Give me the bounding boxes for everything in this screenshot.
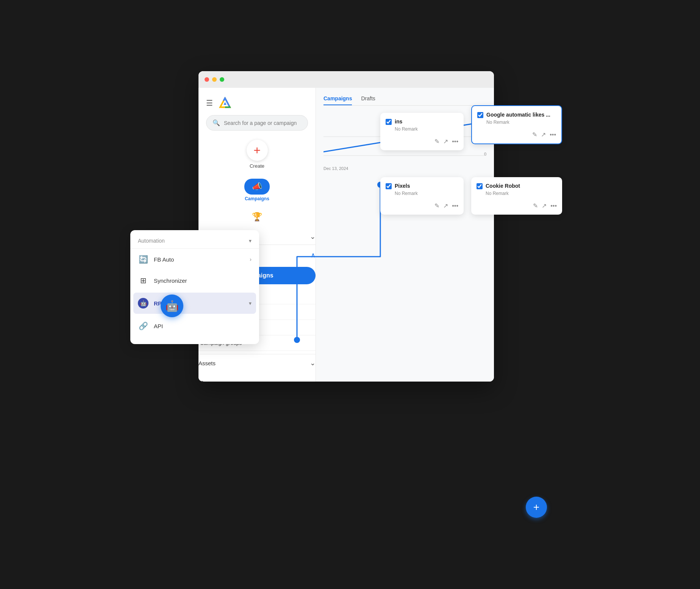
card-ins-actions: ✎ ↗ ••• — [386, 138, 458, 145]
automation-item-rpa[interactable]: 🤖 RPA ▾ — [133, 293, 256, 314]
card-google-more-icon[interactable]: ••• — [550, 131, 556, 138]
card-ins-more-icon[interactable]: ••• — [452, 138, 458, 145]
card-google-share-icon[interactable]: ↗ — [541, 131, 546, 138]
card-cookie-share-icon[interactable]: ↗ — [542, 202, 547, 209]
automation-item-fb-auto[interactable]: 🔄 FB Auto › — [130, 249, 259, 270]
create-label: Create — [250, 163, 264, 169]
synchronizer-icon: ⊞ — [138, 275, 148, 286]
card-pixels-actions: ✎ ↗ ••• — [386, 202, 458, 209]
mobile-icon: 📱 — [198, 381, 205, 382]
tab-bar: Campaigns Drafts — [323, 95, 486, 106]
mobile-app-label: Get the Google Ads mobile app — [208, 381, 276, 382]
card-google-actions: ✎ ↗ ••• — [477, 131, 556, 138]
card-pixels-subtitle: No Remark — [395, 191, 458, 196]
card-ins-edit-icon[interactable]: ✎ — [434, 138, 439, 145]
fb-auto-label: FB Auto — [154, 256, 244, 263]
robot-bubble[interactable]: 🤖 — [161, 294, 183, 317]
card-ins-title: ins — [395, 118, 402, 125]
card-ins: ins No Remark ✎ ↗ ••• — [380, 113, 464, 150]
card-pixels: Pixels No Remark ✎ ↗ ••• — [380, 177, 464, 215]
robot-icon: 🤖 — [166, 300, 179, 312]
automation-title: Automation — [138, 238, 165, 244]
card-pixels-checkbox[interactable] — [386, 183, 392, 189]
card-cookie-more-icon[interactable]: ••• — [550, 203, 557, 209]
automation-header: Automation ▾ — [130, 238, 259, 249]
google-ads-logo: ▲ — [219, 97, 231, 109]
chart-x-label: Dec 13, 2024 — [323, 166, 348, 171]
campaigns-nav-label: Campaigns — [245, 196, 269, 201]
maximize-button[interactable] — [220, 77, 224, 82]
api-icon: 🔗 — [138, 321, 148, 331]
automation-item-api[interactable]: 🔗 API — [130, 315, 259, 337]
card-pixels-title: Pixels — [395, 182, 410, 189]
card-pixels-more-icon[interactable]: ••• — [452, 203, 458, 209]
trophy-icon: 🏆 — [252, 212, 262, 222]
card-cookie-edit-icon[interactable]: ✎ — [533, 202, 538, 209]
mobile-app-link[interactable]: 📱 Get the Google Ads mobile app — [198, 378, 316, 382]
synchronizer-label: Synchronizer — [154, 277, 252, 284]
rpa-chevron-icon: ▾ — [249, 300, 252, 306]
card-google-title: Google automatic likes ... — [486, 111, 550, 118]
card-google-auto: Google automatic likes ... No Remark ✎ ↗… — [471, 105, 562, 144]
assets-label: Assets — [198, 360, 216, 366]
card-pixels-edit-icon[interactable]: ✎ — [434, 202, 439, 209]
api-label: API — [154, 323, 252, 329]
fb-auto-chevron-icon: › — [250, 256, 252, 262]
tab-campaigns[interactable]: Campaigns — [323, 95, 352, 105]
sidebar-header: ☰ ▲ — [198, 94, 316, 115]
hamburger-icon[interactable]: ☰ — [206, 98, 213, 108]
card-cookie-subtitle: No Remark — [486, 191, 557, 196]
assets-chevron-icon: ⌄ — [310, 359, 316, 367]
card-cookie-title: Cookie Robot — [486, 182, 520, 189]
assets-row[interactable]: Assets ⌄ — [198, 354, 316, 372]
svg-text:▲: ▲ — [223, 100, 228, 106]
card-pixels-share-icon[interactable]: ↗ — [443, 202, 448, 209]
card-ins-share-icon[interactable]: ↗ — [443, 138, 448, 145]
create-button[interactable]: + — [247, 140, 268, 161]
svg-point-7 — [294, 337, 300, 343]
fab-plus-icon: + — [533, 501, 539, 513]
card-cookie-checkbox[interactable] — [477, 183, 483, 189]
create-section: + Create — [198, 137, 316, 175]
search-icon: 🔍 — [212, 119, 220, 126]
automation-panel: Automation ▾ 🔄 FB Auto › ⊞ Synchronizer … — [130, 230, 259, 344]
card-google-subtitle: No Remark — [486, 120, 556, 125]
card-cookie-actions: ✎ ↗ ••• — [477, 202, 557, 209]
card-google-edit-icon[interactable]: ✎ — [532, 131, 537, 138]
card-cookie-robot: Cookie Robot No Remark ✎ ↗ ••• — [471, 177, 562, 215]
card-ins-subtitle: No Remark — [395, 126, 458, 132]
search-placeholder: Search for a page or campaign — [224, 120, 297, 126]
rpa-badge: 🤖 — [138, 298, 148, 309]
card-google-checkbox[interactable] — [477, 112, 483, 118]
automation-header-chevron-icon: ▾ — [249, 238, 252, 244]
fab-button[interactable]: + — [526, 497, 547, 518]
card-ins-checkbox[interactable] — [386, 119, 392, 125]
tab-drafts[interactable]: Drafts — [361, 95, 375, 105]
search-bar[interactable]: 🔍 Search for a page or campaign — [206, 115, 308, 131]
campaigns-icon: 📣 — [252, 182, 262, 192]
fb-auto-icon: 🔄 — [138, 254, 148, 265]
minimize-button[interactable] — [212, 77, 217, 82]
automation-item-synchronizer[interactable]: ⊞ Synchronizer — [130, 270, 259, 291]
rpa-icon: 🤖 — [138, 298, 148, 309]
close-button[interactable] — [205, 77, 209, 82]
title-bar — [198, 71, 494, 88]
